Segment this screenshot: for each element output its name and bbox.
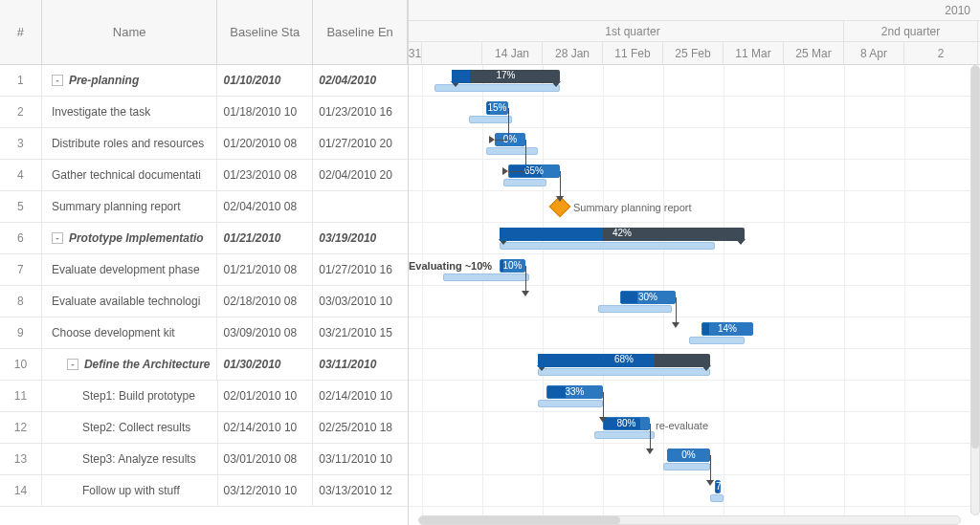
- task-bar[interactable]: 10%: [500, 259, 525, 273]
- task-name-cell[interactable]: Choose development kit: [42, 317, 218, 348]
- task-label: re-evaluate: [656, 420, 708, 431]
- task-name-cell[interactable]: Step3: Analyze results: [42, 444, 218, 474]
- baseline-start-cell[interactable]: 03/01/2010 08: [218, 444, 314, 474]
- table-row[interactable]: 13Step3: Analyze results03/01/2010 0803/…: [0, 444, 408, 475]
- task-bar[interactable]: 15%: [486, 101, 508, 115]
- baseline-end-cell[interactable]: 02/04/2010 20: [313, 160, 408, 190]
- collapse-toggle[interactable]: -: [67, 359, 78, 370]
- task-name-cell[interactable]: Evaluate available technologi: [42, 286, 218, 317]
- baseline-bar: [486, 147, 538, 155]
- task-name-cell[interactable]: Gather technical documentati: [42, 160, 218, 190]
- baseline-end-cell[interactable]: 03/03/2010 10: [313, 286, 408, 317]
- baseline-start-cell[interactable]: 01/30/2010: [217, 349, 313, 380]
- col-baseline-start-header[interactable]: Baseline Sta: [217, 0, 313, 64]
- grid-header: # Name Baseline Sta Baseline En: [0, 0, 408, 65]
- table-row[interactable]: 14Follow up with stuff03/12/2010 1003/13…: [0, 475, 408, 507]
- quarter-cell: 1st quarter: [422, 21, 844, 41]
- col-num-header[interactable]: #: [0, 0, 42, 64]
- baseline-bar: [598, 305, 672, 313]
- task-name-cell[interactable]: Follow up with stuff: [42, 475, 218, 506]
- baseline-bar: [538, 368, 710, 376]
- collapse-toggle[interactable]: -: [52, 232, 63, 244]
- task-name-cell[interactable]: Investigate the task: [42, 97, 218, 127]
- table-row[interactable]: 8Evaluate available technologi02/18/2010…: [0, 286, 408, 317]
- task-bar[interactable]: 0%: [667, 448, 710, 462]
- task-name: Investigate the task: [52, 105, 150, 119]
- task-name-cell[interactable]: Distribute roles and resources: [42, 128, 218, 159]
- baseline-end-cell[interactable]: 01/23/2010 16: [313, 97, 408, 127]
- table-row[interactable]: 6-Prototype Implementatio01/21/201003/19…: [0, 223, 408, 254]
- baseline-end-cell[interactable]: 02/14/2010 10: [313, 381, 408, 411]
- table-row[interactable]: 12Step2: Collect results02/14/2010 1002/…: [0, 412, 408, 444]
- baseline-start-cell[interactable]: 02/04/2010 08: [217, 191, 313, 222]
- baseline-start-cell[interactable]: 01/21/2010: [217, 223, 313, 253]
- baseline-end-cell[interactable]: 01/27/2010 16: [313, 254, 408, 285]
- summary-bar[interactable]: 68%: [538, 354, 710, 367]
- baseline-start-cell[interactable]: 01/10/2010: [217, 65, 313, 96]
- baseline-end-cell[interactable]: 03/11/2010 10: [313, 444, 408, 474]
- task-name-cell[interactable]: Step1: Build prototype: [42, 381, 218, 411]
- table-row[interactable]: 5Summary planning report02/04/2010 08: [0, 191, 408, 223]
- baseline-end-cell[interactable]: 01/27/2010 20: [313, 128, 408, 159]
- baseline-start-cell[interactable]: 01/21/2010 08: [217, 254, 313, 285]
- row-number: 3: [0, 128, 42, 159]
- task-name-cell[interactable]: -Prototype Implementatio: [42, 223, 218, 253]
- col-name-header[interactable]: Name: [42, 0, 218, 64]
- scrollbar-thumb[interactable]: [419, 516, 620, 524]
- table-row[interactable]: 4Gather technical documentati01/23/2010 …: [0, 160, 408, 191]
- baseline-end-cell[interactable]: 03/19/2010: [313, 223, 408, 253]
- vertical-scrollbar[interactable]: [970, 65, 980, 515]
- task-bar[interactable]: 80%: [603, 417, 650, 430]
- baseline-bar: [500, 242, 715, 250]
- row-number: 6: [0, 223, 42, 253]
- baseline-end-cell[interactable]: 02/04/2010: [313, 65, 408, 96]
- baseline-start-cell[interactable]: 01/23/2010 08: [217, 160, 313, 190]
- table-row[interactable]: 7Evaluate development phase01/21/2010 08…: [0, 254, 408, 286]
- baseline-bar: [594, 431, 655, 439]
- task-name-cell[interactable]: -Pre-planning: [42, 65, 218, 96]
- baseline-bar: [710, 494, 724, 502]
- task-grid: # Name Baseline Sta Baseline En 1-Pre-pl…: [0, 0, 409, 525]
- task-name-cell[interactable]: -Define the Architecture: [42, 349, 218, 380]
- task-bar[interactable]: 33%: [546, 385, 603, 399]
- baseline-start-cell[interactable]: 01/20/2010 08: [217, 128, 313, 159]
- gantt-chart[interactable]: 17%15%0%65%Summary planning report42%10%…: [409, 65, 980, 515]
- baseline-bar: [469, 116, 512, 123]
- task-bar[interactable]: 14%: [702, 322, 753, 336]
- task-name: Summary planning report: [52, 200, 181, 213]
- task-name: Prototype Implementatio: [69, 231, 204, 245]
- baseline-start-cell[interactable]: 03/12/2010 10: [218, 475, 314, 506]
- baseline-bar: [663, 463, 710, 470]
- collapse-toggle[interactable]: -: [52, 75, 63, 86]
- baseline-end-cell[interactable]: 03/13/2010 12: [313, 475, 408, 506]
- day-cell: [422, 42, 482, 65]
- scrollbar-thumb[interactable]: [971, 66, 979, 448]
- table-row[interactable]: 9Choose development kit03/09/2010 0803/2…: [0, 317, 408, 349]
- task-name-cell[interactable]: Summary planning report: [42, 191, 218, 222]
- baseline-start-cell[interactable]: 01/18/2010 10: [217, 97, 313, 127]
- baseline-start-cell[interactable]: 02/14/2010 10: [218, 412, 314, 443]
- year-label: 2010: [937, 0, 978, 20]
- table-row[interactable]: 3Distribute roles and resources01/20/201…: [0, 128, 408, 160]
- baseline-start-cell[interactable]: 03/09/2010 08: [217, 317, 313, 348]
- baseline-end-cell[interactable]: 03/21/2010 15: [313, 317, 408, 348]
- task-bar[interactable]: 30%: [620, 291, 676, 304]
- task-name: Choose development kit: [52, 326, 175, 339]
- table-row[interactable]: 10-Define the Architecture01/30/201003/1…: [0, 349, 408, 381]
- table-row[interactable]: 1-Pre-planning01/10/201002/04/2010: [0, 65, 408, 97]
- table-row[interactable]: 11Step1: Build prototype02/01/2010 1002/…: [0, 381, 408, 412]
- baseline-start-cell[interactable]: 02/01/2010 10: [218, 381, 314, 411]
- horizontal-scrollbar[interactable]: [418, 515, 961, 525]
- task-name-cell[interactable]: Evaluate development phase: [42, 254, 218, 285]
- task-bar[interactable]: 74%: [715, 480, 721, 493]
- col-baseline-end-header[interactable]: Baseline En: [313, 0, 408, 64]
- baseline-end-cell[interactable]: [313, 191, 408, 222]
- table-row[interactable]: 2Investigate the task01/18/2010 1001/23/…: [0, 97, 408, 128]
- baseline-end-cell[interactable]: 03/11/2010: [313, 349, 408, 380]
- summary-bar[interactable]: 17%: [452, 70, 560, 83]
- summary-bar[interactable]: 42%: [500, 228, 745, 241]
- baseline-start-cell[interactable]: 02/18/2010 08: [217, 286, 313, 317]
- row-number: 8: [0, 286, 42, 317]
- baseline-end-cell[interactable]: 02/25/2010 18: [313, 412, 408, 443]
- task-name-cell[interactable]: Step2: Collect results: [42, 412, 218, 443]
